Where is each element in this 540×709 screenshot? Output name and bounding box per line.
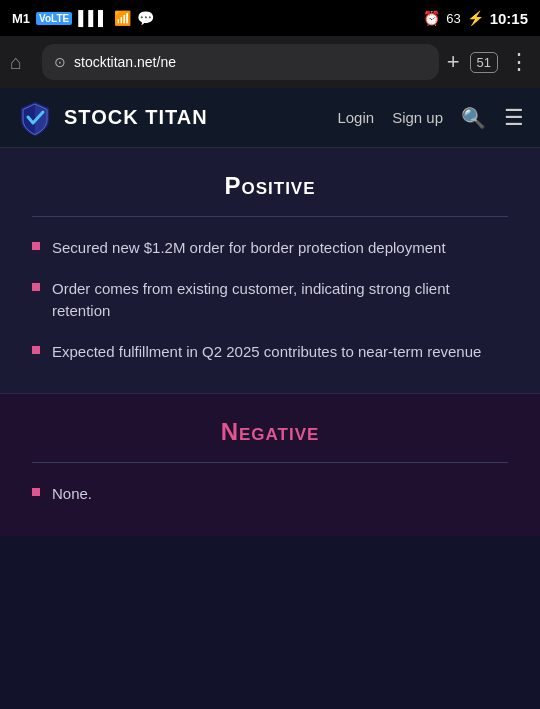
logo-text: STOCK TITAN [64,106,208,129]
search-icon[interactable]: 🔍 [461,106,486,130]
login-link[interactable]: Login [337,109,374,126]
list-item: Order comes from existing customer, indi… [32,278,508,323]
positive-title: Positive [32,172,508,200]
signal-icon: ▌▌▌ [78,10,108,26]
menu-hamburger-icon[interactable]: ☰ [504,105,524,131]
battery-charging-icon: ⚡ [467,10,484,26]
home-icon[interactable]: ⌂ [10,51,34,74]
url-text: stocktitan.net/ne [74,54,176,70]
bullet-icon [32,242,40,250]
menu-icon[interactable]: ⋮ [508,49,530,75]
positive-divider [32,216,508,217]
logo-icon [16,99,54,137]
browser-actions: + 51 ⋮ [447,49,530,75]
positive-bullet-2: Order comes from existing customer, indi… [52,278,508,323]
positive-bullet-3: Expected fulfillment in Q2 2025 contribu… [52,341,481,364]
bullet-icon [32,346,40,354]
signup-link[interactable]: Sign up [392,109,443,126]
list-item: Expected fulfillment in Q2 2025 contribu… [32,341,508,364]
site-icon: ⊙ [54,54,66,70]
status-right: ⏰ 63 ⚡ 10:15 [423,10,528,27]
status-time: 10:15 [490,10,528,27]
list-item: None. [32,483,508,506]
status-left: M1 VoLTE ▌▌▌ 📶 💬 [12,10,154,26]
bullet-icon [32,488,40,496]
list-item: Secured new $1.2M order for border prote… [32,237,508,260]
browser-bar: ⌂ ⊙ stocktitan.net/ne + 51 ⋮ [0,36,540,88]
bullet-icon [32,283,40,291]
carrier-label: M1 [12,11,30,26]
wifi-icon: 📶 [114,10,131,26]
new-tab-icon[interactable]: + [447,49,460,75]
logo: STOCK TITAN [16,99,337,137]
positive-bullet-list: Secured new $1.2M order for border prote… [32,237,508,363]
url-bar[interactable]: ⊙ stocktitan.net/ne [42,44,439,80]
negative-bullet-list: None. [32,483,508,506]
positive-section: Positive Secured new $1.2M order for bor… [0,148,540,394]
tab-count[interactable]: 51 [470,52,498,73]
negative-title: Negative [32,418,508,446]
status-bar: M1 VoLTE ▌▌▌ 📶 💬 ⏰ 63 ⚡ 10:15 [0,0,540,36]
main-content: Positive Secured new $1.2M order for bor… [0,148,540,709]
whatsapp-icon: 💬 [137,10,154,26]
negative-section: Negative None. [0,394,540,536]
negative-divider [32,462,508,463]
negative-bullet-1: None. [52,483,92,506]
nav-links: Login Sign up 🔍 ☰ [337,105,524,131]
nav-bar: STOCK TITAN Login Sign up 🔍 ☰ [0,88,540,148]
battery-percent: 63 [446,11,460,26]
alarm-icon: ⏰ [423,10,440,26]
positive-bullet-1: Secured new $1.2M order for border prote… [52,237,446,260]
volte-badge: VoLTE [36,12,72,25]
